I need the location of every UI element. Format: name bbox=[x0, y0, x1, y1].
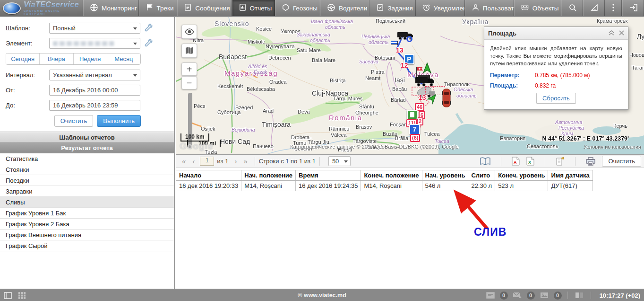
report-item-chart-raw[interactable]: График Сырой bbox=[0, 240, 174, 251]
point-circle-marker[interactable] bbox=[406, 36, 412, 42]
photos-icon[interactable] bbox=[539, 290, 550, 301]
close-icon[interactable] bbox=[619, 30, 624, 36]
annotation-arrow bbox=[447, 187, 490, 232]
report-book-button[interactable] bbox=[480, 157, 490, 165]
section-report-result[interactable]: Результат отчета bbox=[0, 142, 174, 153]
next-page-button[interactable]: › bbox=[231, 157, 240, 165]
tab-monitoring[interactable]: Мониторинг bbox=[83, 0, 139, 16]
copy-report-button[interactable] bbox=[556, 157, 565, 166]
app-logo: ViaTECservice СИСТЕМЫ ONLINE КОНТРОЛЯ bbox=[0, 0, 83, 16]
export-pdf-button[interactable]: A bbox=[512, 157, 520, 166]
from-datetime-input[interactable]: 16 Декабрь 2016 00:00 bbox=[49, 85, 140, 96]
first-page-button[interactable]: « bbox=[179, 157, 189, 165]
cell-start[interactable]: 16 дек 2016 19:20:33 bbox=[176, 181, 241, 191]
geofence-7-marker[interactable]: 7 bbox=[409, 124, 420, 135]
clear-report-button[interactable]: Очистить bbox=[602, 156, 641, 167]
report-item-statistics[interactable]: Статистика bbox=[0, 153, 174, 164]
section-report-templates[interactable]: Шаблоны отчетов bbox=[0, 132, 174, 142]
map-terms-link[interactable]: Условия использования bbox=[584, 144, 641, 150]
report-item-chart-level-tank2[interactable]: График Уровня 2 Бака bbox=[0, 219, 174, 230]
clear-button[interactable]: Очистить bbox=[54, 115, 94, 127]
track-point-13-marker[interactable]: 13 bbox=[419, 94, 426, 101]
table-row[interactable]: 16 дек 2016 19:20:33 M14, Roșcani 16 дек… bbox=[176, 181, 593, 191]
tab-notifications[interactable]: Уведомления bbox=[416, 0, 465, 16]
more-menu-button[interactable] bbox=[605, 0, 621, 16]
water-level-marker[interactable] bbox=[391, 41, 398, 45]
journal-icon[interactable] bbox=[574, 290, 585, 301]
print-button[interactable] bbox=[586, 157, 595, 166]
report-item-chart-level-tank1[interactable]: График Уровня 1 Бак bbox=[0, 208, 174, 219]
tab-tracks[interactable]: Треки bbox=[139, 0, 178, 16]
element-settings-wrench-icon[interactable] bbox=[144, 38, 153, 48]
cell-start-position[interactable]: M14, Roșcani bbox=[241, 181, 296, 191]
fuel-station-marker[interactable] bbox=[407, 110, 418, 120]
element-value-blurred bbox=[53, 41, 114, 46]
range-week-button[interactable]: Неделя bbox=[74, 53, 107, 64]
page-size-select[interactable]: 50 bbox=[328, 156, 351, 166]
thefts-report-table: Начало Нач. положение Время Конеч. полож… bbox=[176, 170, 593, 191]
col-sensor-name: Имя датчика bbox=[548, 170, 592, 181]
search-button[interactable] bbox=[561, 0, 583, 16]
tab-units[interactable]: Объекты bbox=[514, 0, 561, 16]
messages-envelope-icon[interactable] bbox=[512, 290, 523, 301]
report-item-trips[interactable]: Поездки bbox=[0, 175, 174, 186]
page-number-input[interactable]: 1 bbox=[200, 157, 214, 166]
report-item-parkings[interactable]: Стоянки bbox=[0, 164, 174, 175]
interval-value: Указанный интервал bbox=[53, 71, 112, 79]
to-value: 16 Декабрь 2016 23:59 bbox=[53, 102, 118, 109]
template-select[interactable]: Полный bbox=[49, 23, 140, 34]
report-item-chart-external-power[interactable]: График Внешнего питания bbox=[0, 230, 174, 240]
notifications-list-icon[interactable] bbox=[485, 290, 496, 301]
export-excel-button[interactable]: X bbox=[526, 157, 534, 166]
direction-arrow-marker[interactable] bbox=[422, 62, 432, 75]
zoom-out-button[interactable]: − bbox=[181, 76, 197, 89]
logo-title: ViaTECservice bbox=[24, 1, 80, 9]
element-label: Элемент: bbox=[6, 40, 49, 47]
cell-time[interactable]: 16 дек 2016 19:24:35 bbox=[296, 181, 361, 191]
area-value: 0.832 га bbox=[535, 82, 556, 89]
more-dots-icon bbox=[612, 3, 615, 13]
logout-button[interactable] bbox=[622, 0, 644, 16]
range-month-button[interactable]: Месяц bbox=[107, 53, 140, 64]
map-canvas[interactable]: SlovenskoKosiceУжгородІвано-Франківськао… bbox=[176, 17, 644, 154]
collapse-icon[interactable] bbox=[609, 30, 614, 36]
measure-tool-button[interactable] bbox=[583, 0, 605, 16]
from-value: 16 Декабрь 2016 00:00 bbox=[53, 87, 118, 94]
to-datetime-input[interactable]: 16 Декабрь 2016 23:59 bbox=[49, 100, 140, 111]
map-layers-button[interactable] bbox=[181, 44, 197, 58]
car-marker[interactable] bbox=[441, 88, 452, 109]
range-yesterday-button[interactable]: Вчера bbox=[40, 53, 73, 64]
execute-button[interactable]: Выполнить bbox=[97, 115, 141, 127]
tab-users[interactable]: Пользователи bbox=[465, 0, 514, 16]
tab-messages[interactable]: Сообщения bbox=[177, 0, 232, 16]
tab-reports[interactable]: Отчеты bbox=[232, 0, 275, 16]
tab-label: Водители bbox=[339, 5, 367, 12]
area-label: Площадь: bbox=[490, 82, 535, 89]
rows-info-label: Строки с 1 по 1 из 1 bbox=[259, 158, 316, 165]
range-today-button[interactable]: Сегодня bbox=[6, 53, 40, 64]
zoom-in-button[interactable]: + bbox=[181, 62, 197, 76]
tab-jobs[interactable]: Задания bbox=[369, 0, 415, 16]
pagination-bar: « ‹ 1 из 1 › » Строки с 1 по 1 из 1 50 A… bbox=[176, 155, 644, 168]
track-point-13-marker[interactable]: 13 bbox=[396, 46, 404, 54]
template-settings-wrench-icon[interactable] bbox=[144, 23, 153, 33]
event-6b-marker[interactable]: (6) bbox=[410, 134, 420, 142]
reset-button[interactable]: Сбросить bbox=[536, 93, 576, 104]
prev-page-button[interactable]: ‹ bbox=[189, 157, 198, 165]
perimeter-value: 0.785 км, (785.000 м) bbox=[535, 72, 590, 79]
geofence-icon bbox=[282, 3, 290, 13]
tab-label: Отчеты bbox=[250, 5, 272, 12]
tab-drivers[interactable]: Водители bbox=[320, 0, 369, 16]
col-time: Время bbox=[296, 170, 361, 181]
report-item-thefts[interactable]: Сливы bbox=[0, 197, 174, 208]
cell-end-position[interactable]: M14, Roșcani bbox=[361, 181, 422, 191]
last-page-button[interactable]: » bbox=[240, 157, 250, 165]
tab-geofences[interactable]: Геозоны bbox=[275, 0, 320, 16]
track-point-12-marker[interactable]: 12 bbox=[401, 62, 408, 69]
visibility-eye-button[interactable] bbox=[181, 25, 197, 39]
report-item-fillings[interactable]: Заправки bbox=[0, 186, 174, 197]
element-select[interactable] bbox=[49, 38, 140, 49]
interval-select[interactable]: Указанный интервал bbox=[49, 70, 140, 80]
table-header-row: Начало Нач. положение Время Конеч. полож… bbox=[176, 170, 593, 181]
flag-icon bbox=[146, 3, 154, 13]
